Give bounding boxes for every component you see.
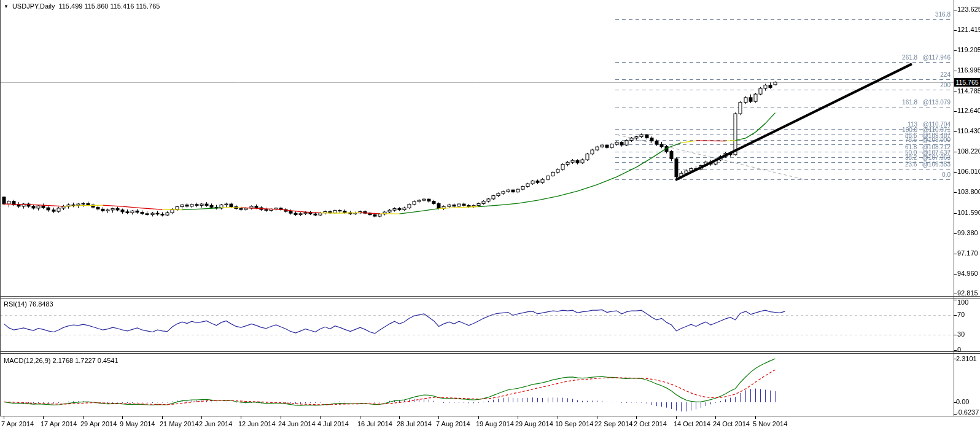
chart-window: ▼ USDJPY,Daily 115.499 115.860 115.416 1… [0,0,980,433]
symbol-period-title: USDJPY,Daily [12,2,55,10]
chart-canvas[interactable] [0,0,980,433]
chart-dropdown-icon: ▼ [4,3,9,10]
current-price-tag: 115.765 [954,78,980,87]
rsi-indicator-label: RSI(14) 76.8483 [4,300,53,308]
chart-title-bar: ▼ USDJPY,Daily 115.499 115.860 115.416 1… [4,2,160,10]
macd-indicator-label: MACD(12,26,9) 2.1768 1.7227 0.4541 [4,357,119,364]
ohlc-readout: 115.499 115.860 115.416 115.765 [58,2,160,10]
